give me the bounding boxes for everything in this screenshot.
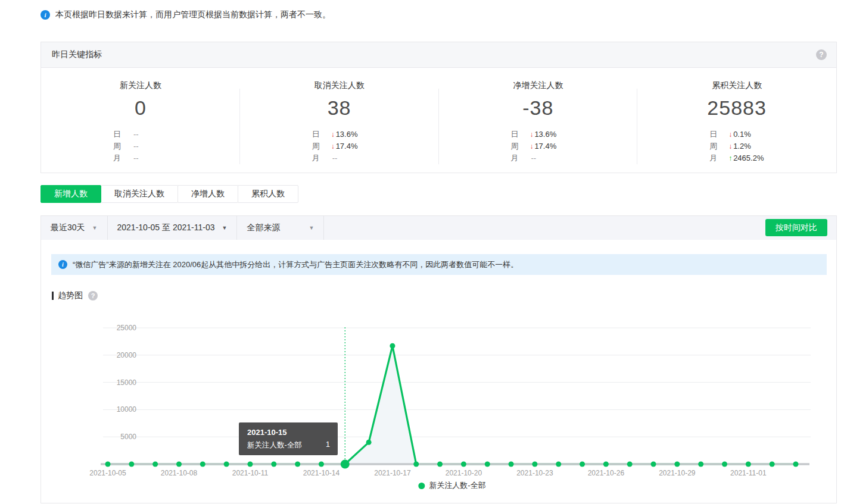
tooltip-date: 2021-10-15 [247,428,330,437]
data-point[interactable] [674,462,680,467]
data-point[interactable] [532,462,537,467]
page-top-notice: i 本页根据昨日数据来计算，而用户管理页根据当前数据计算，两者不一致。 [41,10,331,20]
trend-section-header: 趋势图 ? [52,290,836,301]
x-tick-label: 2021-10-08 [161,469,198,477]
data-point[interactable] [627,462,633,467]
kpi-row-week: 周 ↓ 17.4% [510,140,565,152]
data-point[interactable] [366,440,372,445]
help-icon[interactable]: ? [88,291,98,300]
date-range-label: 2021-10-05 至 2021-11-03 [117,223,215,233]
yesterday-kpi-panel: 昨日关键指标 ? 新关注人数 0 日 -- 周 -- 月 [41,42,837,173]
trend-panel: 最近30天 ▼ 2021-10-05 至 2021-11-03 ▼ 全部来源 ▼… [41,215,837,503]
kpi-value: 38 [240,96,439,120]
data-point[interactable] [461,462,466,467]
y-tick-label: 20000 [117,351,137,359]
x-tick-label: 2021-10-05 [89,469,126,477]
y-tick-label: 15000 [117,378,137,387]
data-point[interactable] [105,462,111,467]
data-point[interactable] [176,462,182,467]
x-tick-label: 2021-11-01 [730,469,767,477]
page-top-notice-text: 本页根据昨日数据来计算，而用户管理页根据当前数据计算，两者不一致。 [55,10,331,20]
kpi-row-month: 月 ↑ 2465.2% [709,152,764,164]
tab-total[interactable]: 累积人数 [238,185,298,203]
data-point[interactable] [390,343,395,349]
kpi-panel-title: 昨日关键指标 [52,49,102,60]
chevron-down-icon: ▼ [222,225,227,231]
section-bar-mark [52,292,54,300]
y-tick-label: 25000 [117,324,137,332]
kpi-row-day: 日 ↓ 13.6% [312,129,367,140]
x-tick-label: 2021-10-23 [516,469,553,477]
trend-chart[interactable]: 5000100001500020000250002021-10-052021-1… [41,311,837,490]
chart-tooltip: 2021-10-15 新关注人数-全部 1 [239,422,338,455]
kpi-value: 0 [41,96,240,120]
wechat-ads-notice-text: “微信广告”来源的新增关注在 2020/06起从其他中拆分给出，计算方式与广告主… [73,259,518,270]
series-area [108,346,796,464]
y-tick-label: 5000 [120,433,136,441]
x-tick-label: 2021-10-29 [659,469,696,477]
trend-down-icon: ↓ [728,129,732,140]
source-dropdown-label: 全部来源 [247,223,280,233]
data-point[interactable] [129,462,134,467]
trend-down-icon: ↓ [331,129,335,140]
data-point[interactable] [341,459,350,468]
data-point[interactable] [580,462,585,467]
trend-up-icon: ↑ [728,152,732,164]
trend-chart-svg[interactable]: 5000100001500020000250002021-10-052021-1… [41,311,837,490]
kpi-rows: 日 ↓ 13.6% 周 ↓ 17.4% 月 -- [510,129,565,164]
chart-legend-item[interactable]: 新关注人数-全部 [418,480,485,491]
kpi-row-week: 周 ↓ 17.4% [312,140,367,152]
kpi-metric-net-growth: 净增关注人数 -38 日 ↓ 13.6% 周 ↓ 17.4% 月 -- [439,80,638,173]
kpi-row-month: 月 -- [312,152,367,164]
tooltip-value: 1 [326,440,330,450]
kpi-body: 新关注人数 0 日 -- 周 -- 月 -- [41,68,836,173]
help-icon[interactable]: ? [816,49,827,60]
data-point[interactable] [698,462,703,467]
data-point[interactable] [295,462,300,467]
x-tick-label: 2021-10-20 [446,469,482,477]
kpi-rows: 日 -- 周 -- 月 -- [113,129,168,164]
date-range-dropdown[interactable]: 2021-10-05 至 2021-11-03 ▼ [108,216,238,240]
data-point[interactable] [793,462,799,467]
x-tick-label: 2021-10-17 [374,469,411,477]
data-point[interactable] [509,462,514,467]
kpi-panel-header: 昨日关键指标 ? [41,42,836,68]
tab-unfollowers[interactable]: 取消关注人数 [101,185,178,203]
data-point[interactable] [224,462,229,467]
data-point[interactable] [651,462,656,467]
kpi-title: 净增关注人数 [439,80,638,91]
data-point[interactable] [271,462,276,467]
kpi-title: 新关注人数 [41,80,240,91]
filter-bar: 最近30天 ▼ 2021-10-05 至 2021-11-03 ▼ 全部来源 ▼… [41,216,836,240]
metric-tabs: 新增人数 取消关注人数 净增人数 累积人数 [41,185,298,203]
kpi-rows: 日 ↓ 0.1% 周 ↓ 1.2% 月 ↑ 2465.2% [709,129,764,164]
range-dropdown[interactable]: 最近30天 ▼ [41,216,108,240]
trend-down-icon: ↓ [331,140,335,152]
kpi-value: 25883 [637,96,836,120]
data-point[interactable] [319,462,324,467]
data-point[interactable] [746,462,751,467]
x-tick-label: 2021-10-11 [232,469,269,477]
data-point[interactable] [770,462,775,467]
trend-section-title: 趋势图 [58,290,83,301]
x-tick-label: 2021-10-26 [588,469,625,477]
data-point[interactable] [200,462,205,467]
kpi-row-month: 月 -- [113,152,168,164]
chevron-down-icon: ▼ [92,225,98,231]
data-point[interactable] [152,462,158,467]
tab-net-growth[interactable]: 净增人数 [177,185,238,203]
data-point[interactable] [485,462,490,467]
kpi-title: 取消关注人数 [240,80,439,91]
data-point[interactable] [722,462,727,467]
series-line [108,346,796,464]
data-point[interactable] [603,462,609,467]
source-dropdown[interactable]: 全部来源 ▼ [237,216,324,240]
trend-down-icon: ↓ [530,140,533,152]
data-point[interactable] [556,462,561,467]
tab-new-followers[interactable]: 新增人数 [41,185,101,203]
kpi-row-day: 日 -- [113,129,168,140]
data-point[interactable] [437,462,443,467]
data-point[interactable] [413,462,419,467]
compare-by-time-button[interactable]: 按时间对比 [765,219,827,236]
data-point[interactable] [247,462,253,467]
